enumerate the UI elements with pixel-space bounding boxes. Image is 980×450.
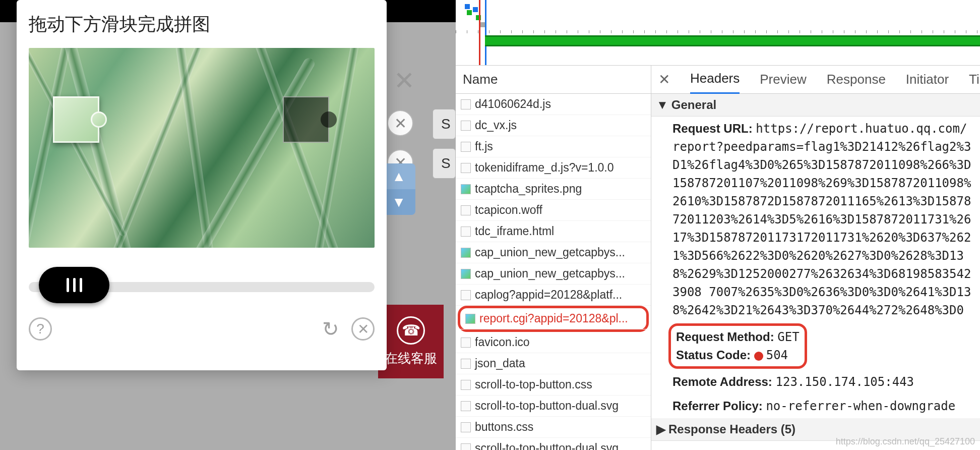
dismiss-icon[interactable]: ✕ — [387, 110, 413, 136]
request-row[interactable]: cap_union_new_getcapbys... — [456, 263, 651, 285]
detail-tabs: ✕ Headers Preview Response Initiator Tim… — [651, 66, 980, 94]
field-request-method: Request Method: GET — [676, 328, 800, 346]
image-file-icon — [461, 184, 471, 194]
tab-headers[interactable]: Headers — [690, 66, 740, 94]
file-icon — [461, 142, 471, 152]
request-row[interactable]: cap_union_new_getcapbys... — [456, 242, 651, 263]
image-file-icon — [465, 314, 475, 324]
request-name: tcapicon.woff — [475, 203, 542, 217]
section-general[interactable]: ▼ General — [651, 94, 980, 117]
close-panel-icon[interactable]: ✕ — [658, 71, 670, 88]
image-file-icon — [461, 248, 471, 258]
request-name: favicon.ico — [475, 335, 530, 349]
headset-icon: ☎ — [397, 316, 425, 345]
captcha-footer: ? ↻ ✕ — [29, 317, 375, 341]
request-row[interactable]: tdc_iframe.html — [456, 221, 651, 242]
request-row[interactable]: caplog?appid=20128&platf... — [456, 285, 651, 306]
captcha-slider[interactable] — [29, 267, 375, 303]
support-label: 在线客服 — [385, 350, 437, 367]
vote-down-icon[interactable]: ▼ — [382, 189, 415, 215]
image-file-icon — [461, 269, 471, 279]
request-row[interactable]: tokenidiframe_d.js?v=1.0.0 — [456, 157, 651, 179]
column-header-name[interactable]: Name — [456, 66, 651, 94]
field-status-code: Status Code: 504 — [676, 346, 800, 364]
tab-preview[interactable]: Preview — [760, 66, 806, 93]
close-icon[interactable]: ✕ — [351, 317, 375, 341]
tab-timing[interactable]: Timing — [969, 66, 980, 93]
file-icon — [461, 227, 471, 237]
request-row[interactable]: scroll-to-top-button.css — [456, 374, 651, 396]
field-referrer-policy: Referrer Policy: no-referrer-when-downgr… — [651, 394, 980, 418]
request-name: d41060624d.js — [475, 97, 551, 111]
request-name: json_data — [475, 357, 525, 370]
field-remote-address: Remote Address: 123.150.174.105:443 — [651, 370, 980, 394]
tab-response[interactable]: Response — [827, 66, 886, 93]
file-icon — [461, 205, 471, 215]
file-icon — [461, 121, 471, 131]
help-icon[interactable]: ? — [29, 317, 52, 341]
file-icon — [461, 422, 471, 432]
request-list: Name d41060624d.jsdc_vx.jsft.jstokenidif… — [456, 66, 651, 450]
captcha-dialog: 拖动下方滑块完成拼图 ? ↻ ✕ — [17, 0, 387, 370]
watermark: https://blog.csdn.net/qq_25427100 — [836, 436, 975, 447]
file-icon — [461, 401, 471, 411]
file-icon — [461, 99, 471, 109]
request-row[interactable]: d41060624d.js — [456, 94, 651, 115]
request-name: tcaptcha_sprites.png — [475, 182, 582, 196]
collapse-icon: ▼ — [656, 98, 668, 112]
file-icon — [461, 163, 471, 173]
request-name: scroll-to-top-button-dual.svg — [475, 399, 619, 413]
support-button[interactable]: ☎ 在线客服 — [378, 305, 444, 378]
file-icon — [461, 443, 471, 451]
captcha-title: 拖动下方滑块完成拼图 — [29, 12, 375, 37]
request-name: scroll-to-top-button-dual.svg — [475, 441, 619, 450]
network-timeline[interactable] — [456, 0, 980, 66]
vote-up-icon[interactable]: ▲ — [382, 163, 415, 189]
puzzle-piece-source[interactable] — [53, 96, 99, 143]
file-icon — [461, 380, 471, 390]
file-icon — [461, 338, 471, 348]
request-row[interactable]: report.cgi?appid=20128&pl... — [460, 308, 646, 329]
devtools-panel: Name d41060624d.jsdc_vx.jsft.jstokenidif… — [456, 0, 980, 450]
request-row[interactable]: tcaptcha_sprites.png — [456, 179, 651, 200]
request-row[interactable]: scroll-to-top-button-dual.svg — [456, 396, 651, 417]
tag-chip[interactable]: S — [433, 148, 456, 179]
tag-chip[interactable]: S — [433, 109, 456, 139]
request-row[interactable]: favicon.ico — [456, 332, 651, 353]
request-name: report.cgi?appid=20128&pl... — [479, 312, 628, 325]
file-icon — [461, 359, 471, 369]
file-icon — [461, 290, 471, 300]
field-request-url: Request URL: https://report.huatuo.qq.co… — [651, 117, 980, 322]
request-name: tokenidiframe_d.js?v=1.0.0 — [475, 161, 614, 175]
close-icon[interactable]: ✕ — [389, 66, 419, 96]
expand-icon: ▶ — [656, 422, 665, 436]
request-name: cap_union_new_getcapbys... — [475, 246, 625, 259]
request-name: cap_union_new_getcapbys... — [475, 267, 625, 280]
request-detail: ✕ Headers Preview Response Initiator Tim… — [651, 66, 980, 450]
status-dot-icon — [754, 352, 763, 361]
request-row[interactable]: dc_vx.js — [456, 115, 651, 136]
refresh-icon[interactable]: ↻ — [319, 317, 342, 341]
request-row[interactable]: tcapicon.woff — [456, 200, 651, 221]
puzzle-piece-target — [283, 96, 329, 143]
request-row[interactable]: ft.js — [456, 136, 651, 157]
request-name: caplog?appid=20128&platf... — [475, 288, 622, 302]
request-name: buttons.css — [475, 420, 533, 434]
request-name: scroll-to-top-button.css — [475, 378, 592, 391]
request-name: tdc_iframe.html — [475, 224, 554, 238]
tab-initiator[interactable]: Initiator — [906, 66, 949, 93]
vote-box[interactable]: ▲ ▼ — [382, 163, 415, 215]
request-row[interactable]: json_data — [456, 353, 651, 374]
request-name: ft.js — [475, 140, 493, 153]
request-row[interactable]: buttons.css — [456, 417, 651, 438]
request-name: dc_vx.js — [475, 119, 517, 132]
request-row[interactable]: scroll-to-top-button-dual.svg — [456, 438, 651, 450]
slider-knob[interactable] — [39, 267, 109, 303]
captcha-image — [29, 48, 375, 248]
